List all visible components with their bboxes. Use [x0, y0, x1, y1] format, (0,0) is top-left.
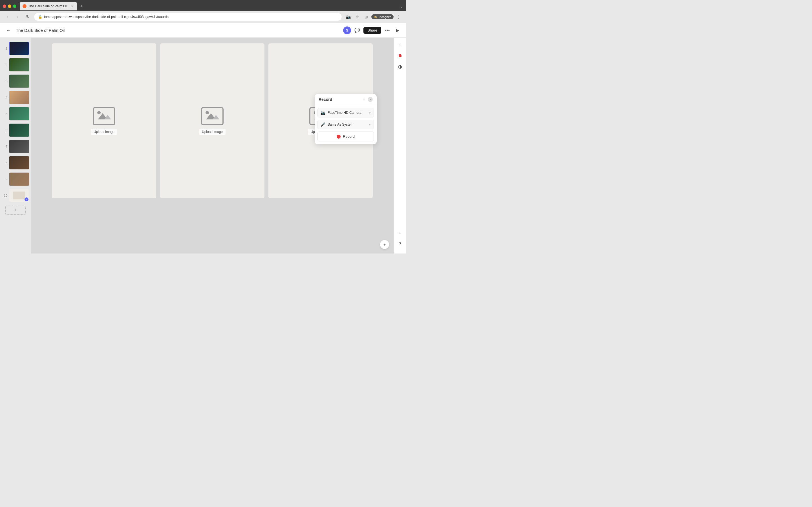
address-bar: ‹ › ↻ 🔒 tome.app/sarahsworkspace/the-dar… — [0, 11, 406, 23]
comment-button[interactable]: 💬 — [353, 26, 361, 34]
close-traffic-light[interactable] — [3, 4, 6, 8]
slide-thumbnail-3[interactable]: 3 — [2, 74, 29, 89]
record-drag-handle[interactable]: ⠿ — [363, 98, 365, 101]
audio-select-label: Same As System — [327, 122, 366, 126]
more-options-button[interactable]: ••• — [384, 26, 391, 34]
slide-thumbnail-5[interactable]: 5 — [2, 107, 29, 121]
canvas-area: Upload image Upload image — [31, 38, 394, 253]
incognito-label: Incognito — [378, 15, 391, 18]
header-actions: S 💬 Share ••• ▶ — [343, 26, 402, 34]
new-tab-button[interactable]: + — [78, 3, 85, 10]
slide-number-9: 9 — [3, 177, 7, 181]
presentation-title: The Dark Side of Palm Oil — [16, 28, 340, 33]
sidebar-toggle-icon[interactable]: ⊞ — [362, 13, 370, 21]
maximize-traffic-light[interactable] — [13, 4, 16, 8]
lock-icon: 🔒 — [38, 15, 42, 19]
right-toolbar: + ⏺ ◑ + ? — [394, 38, 406, 253]
record-panel: Record ⠿ × 📷 FaceTime HD Camera ∨ 🎤 Same… — [315, 94, 377, 144]
record-panel-header: Record ⠿ × — [315, 94, 377, 105]
slide-thumbnail-9[interactable]: 9 — [2, 172, 29, 186]
traffic-lights — [3, 4, 16, 8]
slide-thumbnail-10[interactable]: 10 S — [2, 188, 29, 203]
slide-number-3: 3 — [3, 79, 7, 83]
more-menu-icon[interactable]: ⋮ — [395, 13, 403, 21]
record-dot-icon — [337, 135, 341, 138]
image-placeholder-2 — [201, 107, 223, 125]
record-button-label: Record — [343, 134, 355, 138]
slide-number-4: 4 — [3, 96, 7, 99]
add-element-button[interactable]: + — [396, 229, 405, 238]
slide-number-2: 2 — [3, 63, 7, 66]
app-header: ← The Dark Side of Palm Oil S 💬 Share ••… — [0, 23, 406, 38]
collapse-button[interactable]: ⌄ — [400, 4, 403, 8]
minimize-traffic-light[interactable] — [8, 4, 11, 8]
slide-number-8: 8 — [3, 161, 7, 165]
share-button[interactable]: Share — [363, 27, 381, 34]
upload-label-1[interactable]: Upload image — [91, 129, 117, 135]
help-button[interactable]: ? — [396, 239, 405, 248]
image-icon-1 — [93, 107, 115, 125]
url-text: tome.app/sarahsworkspace/the-dark-side-o… — [44, 15, 338, 19]
slide-sidebar: 1 2 3 4 5 — [0, 38, 31, 253]
slide-number-6: 6 — [3, 128, 7, 132]
url-bar[interactable]: 🔒 tome.app/sarahsworkspace/the-dark-side… — [34, 13, 342, 21]
bookmark-icon[interactable]: ☆ — [353, 13, 361, 21]
record-panel-body: 📷 FaceTime HD Camera ∨ 🎤 Same As System … — [315, 105, 377, 144]
add-panel-button[interactable]: + — [396, 41, 405, 50]
camera-select-label: FaceTime HD Camera — [327, 111, 366, 115]
slide-number-1: 1 — [3, 47, 7, 50]
avatar: S — [343, 26, 351, 34]
audio-select-icon: 🎤 — [320, 122, 325, 127]
image-placeholder-1 — [93, 107, 115, 125]
record-panel-title: Record — [319, 97, 363, 102]
slide-thumbnail-6[interactable]: 6 — [2, 123, 29, 137]
audio-dropdown-arrow: ∨ — [369, 123, 371, 126]
image-icon-2 — [201, 107, 223, 125]
add-slide-button[interactable]: + — [5, 206, 26, 215]
upload-label-2[interactable]: Upload image — [199, 129, 225, 135]
toolbar-icons: 📷 ☆ ⊞ 🕵 Incognito ⋮ — [344, 13, 403, 21]
record-panel-close-button[interactable]: × — [368, 97, 373, 102]
tome-tab-icon — [22, 4, 27, 8]
camera-select[interactable]: 📷 FaceTime HD Camera ∨ — [317, 108, 374, 117]
active-tab[interactable]: The Dark Side of Palm Oil × — [20, 2, 77, 10]
audio-select[interactable]: 🎤 Same As System ∨ — [317, 120, 374, 129]
camera-select-icon: 📷 — [320, 110, 325, 115]
slide-number-7: 7 — [3, 145, 7, 148]
record-toolbar-button[interactable]: ⏺ — [396, 51, 405, 60]
incognito-badge[interactable]: 🕵 Incognito — [371, 14, 394, 19]
slide-thumbnail-8[interactable]: 8 — [2, 156, 29, 170]
slide-number-5: 5 — [3, 112, 7, 115]
camera-dropdown-arrow: ∨ — [369, 111, 371, 114]
forward-button[interactable]: › — [13, 13, 21, 21]
slide-panel-2[interactable]: Upload image — [160, 43, 264, 198]
slide-thumbnail-7[interactable]: 7 — [2, 139, 29, 154]
play-button[interactable]: ▶ — [394, 26, 402, 34]
incognito-icon: 🕵 — [373, 15, 377, 18]
slide-thumbnail-4[interactable]: 4 — [2, 90, 29, 105]
slide-number-10: 10 — [3, 194, 7, 197]
back-to-workspace-button[interactable]: ← — [4, 26, 12, 34]
slide-thumbnail-1[interactable]: 1 — [2, 41, 29, 56]
back-button[interactable]: ‹ — [3, 13, 11, 21]
theme-button[interactable]: ◑ — [396, 62, 405, 71]
tab-title: The Dark Side of Palm Oil — [28, 4, 67, 8]
cast-icon[interactable]: 📷 — [344, 13, 352, 21]
start-record-button[interactable]: Record — [317, 131, 374, 142]
slide-thumbnail-2[interactable]: 2 — [2, 57, 29, 72]
tab-close-button[interactable]: × — [70, 4, 74, 8]
slide-10-badge: S — [24, 198, 29, 202]
refresh-button[interactable]: ↻ — [24, 13, 32, 21]
right-toolbar-bottom: + ? — [396, 226, 405, 251]
main-layout: 1 2 3 4 5 — [0, 38, 406, 253]
slide-panel-1[interactable]: Upload image — [52, 43, 156, 198]
expand-canvas-button[interactable]: + — [380, 240, 389, 249]
